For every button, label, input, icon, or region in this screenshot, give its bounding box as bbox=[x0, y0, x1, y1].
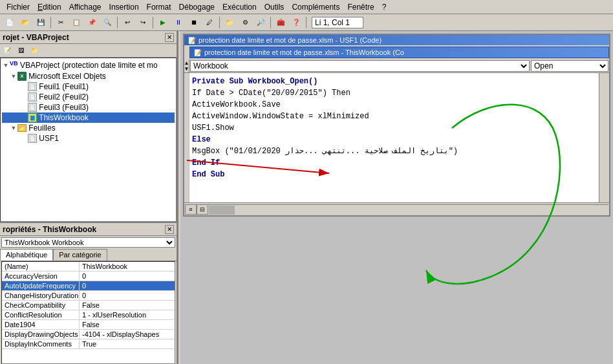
properties-title: ropriétés - ThisWorkbook bbox=[3, 225, 96, 234]
prop-value-displayink: True bbox=[80, 339, 175, 348]
menu-execution[interactable]: Exécution bbox=[219, 1, 261, 13]
prop-row-displayink[interactable]: DisplayInkComments True bbox=[2, 339, 175, 349]
tree-feuilles-label: Feuilles bbox=[28, 123, 55, 133]
tree-feuilles[interactable]: ▼ 📁 Feuilles bbox=[2, 123, 175, 133]
code-line-8: End If bbox=[192, 157, 596, 169]
code-title-1: protection date limite et mot de passe.x… bbox=[199, 36, 382, 44]
tree-feuil3-label: Feuil3 (Feuil3) bbox=[39, 103, 89, 112]
prop-value-changehistory: 0 bbox=[80, 291, 175, 300]
code-line-4: ActiveWindow.WindowState = xlMinimized bbox=[192, 111, 596, 122]
code-footer-btn2[interactable]: ⊟ bbox=[197, 204, 208, 215]
menu-complements[interactable]: Compléments bbox=[288, 1, 343, 13]
paste-button[interactable]: 📌 bbox=[85, 16, 99, 29]
code-scrollbar-h[interactable] bbox=[208, 204, 608, 215]
tree-usf1-label: USF1 bbox=[39, 134, 59, 143]
prop-row-checkcompat[interactable]: CheckCompatibility False bbox=[2, 301, 175, 310]
tree-usf1[interactable]: 📄 USF1 bbox=[2, 133, 175, 144]
help-button[interactable]: ❓ bbox=[289, 16, 303, 29]
properties-tabs: Alphabétique Par catégorie bbox=[0, 249, 177, 261]
toggle-folders-button[interactable]: 📁 bbox=[28, 45, 41, 56]
prop-row-autoupdatefreq[interactable]: AutoUpdateFrequency 0 bbox=[2, 281, 175, 291]
tab-alphabetique[interactable]: Alphabétique bbox=[0, 249, 53, 261]
project-explorer-titlebar: rojet - VBAProject ✕ bbox=[0, 31, 177, 44]
code-line-5: USF1.Show bbox=[192, 122, 596, 134]
tree-thisworkbook[interactable]: 📘 ThisWorkbook bbox=[2, 112, 175, 123]
project-button[interactable]: 📁 bbox=[222, 16, 237, 29]
code-line-6: Else bbox=[192, 134, 596, 145]
prop-row-accuracyversion[interactable]: AccuracyVersion 0 bbox=[2, 272, 175, 281]
view-code-button[interactable]: 📝 bbox=[1, 45, 14, 56]
right-panel: 📝 protection date limite et mot de passe… bbox=[180, 31, 613, 364]
design-button[interactable]: 🖊 bbox=[202, 16, 217, 29]
folder-icon: 📁 bbox=[17, 124, 27, 132]
find-button[interactable]: 🔍 bbox=[100, 16, 114, 29]
prop-row-displaydrawing[interactable]: DisplayDrawingObjects -4104 - xlDisplayS… bbox=[2, 330, 175, 339]
break-button[interactable]: ⏸ bbox=[171, 16, 186, 29]
copy-button[interactable]: 📋 bbox=[69, 16, 83, 29]
run-button[interactable]: ▶ bbox=[156, 16, 170, 29]
menu-format[interactable]: Format bbox=[143, 1, 175, 13]
expand-excel-objects: ▼ bbox=[10, 73, 17, 80]
menu-outils[interactable]: Outils bbox=[261, 1, 288, 13]
prop-name-displayink: DisplayInkComments bbox=[2, 339, 80, 348]
prop-row-date1904[interactable]: Date1904 False bbox=[2, 320, 175, 330]
tree-feuil2[interactable]: 📄 Feuil2 (Feuil2) bbox=[2, 92, 175, 102]
prop-row-changehistory[interactable]: ChangeHistoryDuration 0 bbox=[2, 291, 175, 301]
properties-titlebar: ropriétés - ThisWorkbook ✕ bbox=[0, 223, 177, 236]
code-editor-container: Private Sub Workbook_Open() If Date > CD… bbox=[184, 73, 609, 202]
main-layout: rojet - VBAProject ✕ 📝 🖼 📁 ▼ VB VBAProje… bbox=[0, 31, 613, 364]
code-left-btn[interactable]: ▲ ▼ bbox=[184, 59, 189, 72]
tree-vbaproject[interactable]: ▼ VB VBAProject (protection date limite … bbox=[2, 59, 175, 71]
code-scrollbar-v[interactable] bbox=[599, 73, 609, 202]
expand-vbaproject: ▼ bbox=[2, 62, 10, 69]
cut-button[interactable]: ✂ bbox=[54, 16, 68, 29]
tree-feuil2-label: Feuil2 (Feuil2) bbox=[39, 92, 89, 102]
code-line-7: MsgBox ("01/01/2020 بتاريخ الملف صلاحية … bbox=[192, 145, 596, 157]
prop-value-accuracyversion: 0 bbox=[80, 272, 175, 281]
toolbox-button[interactable]: 🧰 bbox=[274, 16, 288, 29]
code-footer-btn1[interactable]: ≡ bbox=[185, 204, 197, 215]
project-explorer-close[interactable]: ✕ bbox=[165, 33, 174, 42]
prop-name-autoupdatefreq: AutoUpdateFrequency bbox=[2, 281, 80, 290]
tree-feuil1[interactable]: 📄 Feuil1 (Feuil1) bbox=[2, 81, 175, 92]
undo-button[interactable]: ↩ bbox=[120, 16, 134, 29]
code-footer: ≡ ⊟ bbox=[184, 202, 609, 215]
menu-help[interactable]: ? bbox=[378, 1, 391, 13]
sep1 bbox=[50, 17, 51, 28]
code-icon-2: 📝 bbox=[194, 49, 202, 56]
menu-fenetre[interactable]: Fenêtre bbox=[343, 1, 378, 13]
properties-object-select[interactable]: ThisWorkbook Workbook bbox=[1, 237, 175, 248]
code-title-bar-1: 📝 protection date limite et mot de passe… bbox=[184, 35, 609, 45]
new-button[interactable]: 📄 bbox=[3, 16, 17, 29]
scroll-thumb bbox=[209, 206, 235, 215]
view-obj-button[interactable]: 🖼 bbox=[14, 45, 27, 56]
object-dropdown[interactable]: Workbook bbox=[190, 60, 530, 72]
sheet2-icon: 📄 bbox=[28, 92, 37, 102]
menu-insertion[interactable]: Insertion bbox=[105, 1, 143, 13]
menu-fichier[interactable]: Fichier bbox=[3, 1, 34, 13]
reset-button[interactable]: ⏹ bbox=[187, 16, 201, 29]
menu-affichage[interactable]: Affichage bbox=[65, 1, 105, 13]
tree-excel-objects[interactable]: ▼ X Microsoft Excel Objets bbox=[2, 71, 175, 81]
prop-value-displaydrawing: -4104 - xlDisplayShapes bbox=[80, 330, 175, 339]
prop-name-displaydrawing: DisplayDrawingObjects bbox=[2, 330, 80, 339]
redo-button[interactable]: ↪ bbox=[136, 16, 150, 29]
prop-row-name[interactable]: (Name) ThisWorkbook bbox=[2, 262, 175, 272]
prop-name-name: (Name) bbox=[2, 262, 80, 271]
location-input[interactable]: Li 1, Col 1 bbox=[312, 17, 363, 28]
obj-browser-button[interactable]: 🔎 bbox=[253, 16, 268, 29]
props-button[interactable]: ⚙ bbox=[238, 16, 252, 29]
procedure-dropdown[interactable]: Open bbox=[531, 60, 608, 72]
save-button[interactable]: 💾 bbox=[34, 16, 48, 29]
project-toolbar: 📝 🖼 📁 bbox=[0, 44, 177, 58]
prop-row-conflictres[interactable]: ConflictResolution 1 - xlUserResolution bbox=[2, 310, 175, 320]
tree-thisworkbook-label: ThisWorkbook bbox=[39, 113, 88, 122]
properties-close[interactable]: ✕ bbox=[165, 225, 174, 234]
menu-debogage[interactable]: Débogage bbox=[175, 1, 219, 13]
code-line-2: If Date > CDate("20/09/2015") Then bbox=[192, 87, 596, 99]
code-editor[interactable]: Private Sub Workbook_Open() If Date > CD… bbox=[189, 73, 599, 202]
tab-par-categorie[interactable]: Par catégorie bbox=[53, 249, 107, 261]
open-button[interactable]: 📂 bbox=[18, 16, 32, 29]
tree-feuil3[interactable]: 📄 Feuil3 (Feuil3) bbox=[2, 102, 175, 112]
menu-edition[interactable]: Edition bbox=[34, 1, 65, 13]
